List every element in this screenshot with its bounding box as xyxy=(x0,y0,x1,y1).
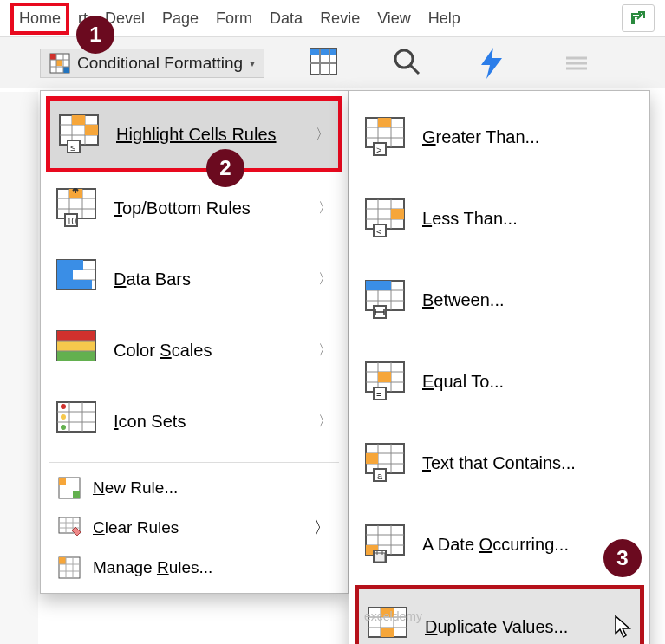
svg-rect-39 xyxy=(391,209,404,219)
conditional-formatting-button[interactable]: Conditional Formatting ▾ xyxy=(40,49,264,78)
menu-divider xyxy=(49,462,339,463)
between-icon xyxy=(365,280,405,320)
greater-than-icon: > xyxy=(365,117,405,157)
chevron-right-icon: 〉 xyxy=(318,413,332,431)
submenu-text-contains[interactable]: a Text that Contains... xyxy=(355,422,644,504)
submenu-label: Duplicate Values... xyxy=(425,617,568,637)
tab-formulas[interactable]: Form xyxy=(207,3,261,35)
tab-data[interactable]: Data xyxy=(261,3,311,35)
submenu-date-occurring[interactable]: A Date Occurring... xyxy=(355,504,644,585)
sensitivity-icon xyxy=(561,46,592,77)
menu-label: Icon Sets xyxy=(114,412,186,432)
tab-help[interactable]: Help xyxy=(420,3,469,35)
submenu-label: Greater Than... xyxy=(422,127,539,147)
conditional-formatting-icon xyxy=(49,53,70,74)
svg-point-27 xyxy=(61,425,66,430)
share-button[interactable] xyxy=(622,4,655,32)
svg-text:=: = xyxy=(376,389,381,400)
manage-rules-icon xyxy=(58,556,81,579)
svg-point-26 xyxy=(61,414,66,420)
highlight-cells-icon: ≤ xyxy=(59,114,99,154)
submenu-less-than[interactable]: < Less Than... xyxy=(355,178,644,259)
svg-rect-44 xyxy=(378,281,391,290)
submenu-label: Text that Contains... xyxy=(422,453,576,473)
svg-text:≤: ≤ xyxy=(70,142,75,153)
svg-rect-51 xyxy=(366,453,378,464)
svg-rect-23 xyxy=(57,351,95,361)
svg-rect-1 xyxy=(50,54,56,60)
tab-page-layout[interactable]: Page xyxy=(153,3,207,35)
table-icon xyxy=(308,46,339,77)
text-contains-icon: a xyxy=(365,443,405,483)
svg-rect-21 xyxy=(57,331,95,341)
svg-point-25 xyxy=(61,404,66,409)
svg-rect-57 xyxy=(375,553,385,562)
search-icon xyxy=(391,46,422,77)
menu-label: Highlight Cells Rules xyxy=(116,125,277,145)
svg-rect-2 xyxy=(56,60,62,66)
top-bottom-icon: 10 xyxy=(56,188,96,228)
tab-view[interactable]: View xyxy=(368,3,420,35)
svg-rect-43 xyxy=(366,281,378,290)
chevron-right-icon: 〉 xyxy=(318,199,332,218)
menu-label: Manage Rules... xyxy=(93,558,212,577)
icon-sets-icon xyxy=(56,401,96,441)
menu-clear-rules[interactable]: Clear Rules 〉 xyxy=(46,508,342,548)
find-select-button[interactable] xyxy=(391,46,422,81)
menu-label: Data Bars xyxy=(114,270,191,289)
svg-rect-35 xyxy=(378,118,391,127)
conditional-formatting-label: Conditional Formatting xyxy=(77,54,243,73)
date-occurring-icon xyxy=(365,524,405,564)
svg-rect-22 xyxy=(57,341,95,351)
chevron-right-icon: 〉 xyxy=(314,517,330,539)
tab-review[interactable]: Revie xyxy=(311,3,368,35)
svg-text:a: a xyxy=(377,471,383,481)
spreadsheet-left-margin xyxy=(0,92,38,644)
menu-color-scales[interactable]: Color Scales 〉 xyxy=(46,315,342,386)
lightning-icon xyxy=(474,46,509,81)
chevron-right-icon: 〉 xyxy=(316,126,329,144)
svg-rect-5 xyxy=(310,49,336,55)
menu-label: Top/Bottom Rules xyxy=(114,198,251,218)
format-as-table-button[interactable] xyxy=(308,46,339,81)
svg-rect-3 xyxy=(63,67,69,73)
callout-badge-3: 3 xyxy=(603,539,642,577)
tab-home[interactable]: Home xyxy=(10,3,69,35)
sensitivity-button[interactable] xyxy=(561,46,592,81)
automate-button[interactable] xyxy=(474,46,509,81)
chevron-down-icon: ▾ xyxy=(250,57,255,69)
svg-rect-47 xyxy=(378,372,391,382)
submenu-greater-than[interactable]: > Greater Than... xyxy=(355,96,644,178)
menu-top-bottom-rules[interactable]: 10 Top/Bottom Rules 〉 xyxy=(46,172,342,244)
svg-rect-33 xyxy=(59,557,66,564)
menu-label: Color Scales xyxy=(114,341,212,361)
menu-manage-rules[interactable]: Manage Rules... xyxy=(46,548,342,588)
new-rule-icon xyxy=(58,477,81,499)
menu-data-bars[interactable]: Data Bars 〉 xyxy=(46,244,342,315)
svg-text:>: > xyxy=(376,145,381,155)
menu-icon-sets[interactable]: Icon Sets 〉 xyxy=(46,386,342,457)
submenu-between[interactable]: Between... xyxy=(355,259,644,341)
callout-badge-1: 1 xyxy=(76,16,114,54)
menu-highlight-cells-rules[interactable]: ≤ Highlight Cells Rules 〉 xyxy=(46,96,342,172)
data-bars-icon xyxy=(56,259,96,299)
chevron-right-icon: 〉 xyxy=(318,342,332,360)
submenu-label: Equal To... xyxy=(422,372,504,392)
menu-new-rule[interactable]: New Rule... xyxy=(46,468,342,508)
submenu-label: Between... xyxy=(422,290,505,310)
submenu-label: Less Than... xyxy=(422,209,518,229)
less-than-icon: < xyxy=(365,198,405,238)
menu-label: Clear Rules xyxy=(93,518,179,537)
cursor-icon xyxy=(614,615,633,639)
svg-rect-19 xyxy=(57,280,92,289)
menu-label: New Rule... xyxy=(93,478,178,498)
chevron-right-icon: 〉 xyxy=(318,270,332,289)
svg-rect-18 xyxy=(57,270,73,280)
submenu-equal-to[interactable]: = Equal To... xyxy=(355,341,644,422)
clear-rules-icon xyxy=(58,517,81,539)
svg-rect-29 xyxy=(59,478,66,485)
svg-rect-17 xyxy=(57,260,83,270)
svg-rect-8 xyxy=(72,115,85,125)
callout-badge-2: 2 xyxy=(206,149,244,187)
svg-text:10: 10 xyxy=(67,217,77,226)
